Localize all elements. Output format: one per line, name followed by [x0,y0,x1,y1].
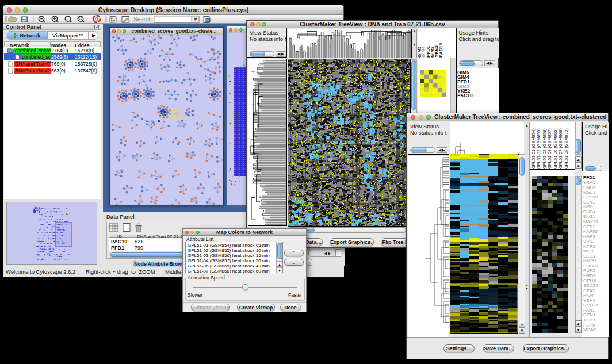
svg-text:1:1: 1:1 [79,17,83,20]
svg-text:Search:: Search: [133,16,153,22]
